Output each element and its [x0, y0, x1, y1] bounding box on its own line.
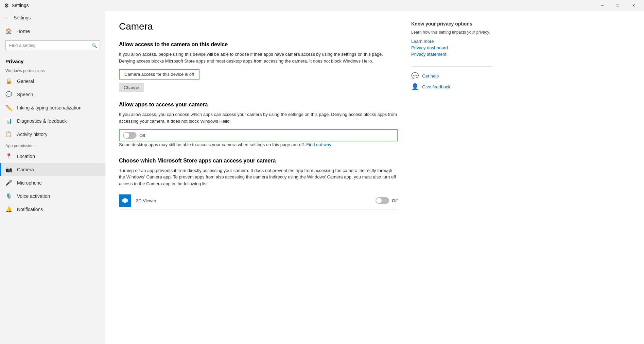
sidebar: ← Settings 🏠 Home 🔍 Privacy Windows perm…: [0, 11, 105, 344]
learn-more-link[interactable]: Learn more: [411, 39, 493, 44]
windows-permissions-label: Windows permissions: [0, 66, 105, 74]
page-title: Camera: [119, 21, 398, 32]
titlebar-controls: ─ □ ✕: [594, 0, 641, 11]
settings-icon: ⚙: [4, 2, 9, 9]
content-area: Camera Allow access to the camera on thi…: [105, 11, 644, 344]
diagnostics-label: Diagnostics & feedback: [17, 118, 67, 124]
help-feedback-section: 💬 Get help 👤 Give feedback: [411, 72, 493, 90]
activity-label: Activity history: [17, 132, 47, 137]
app-row-3dviewer: 3D Viewer Off: [119, 192, 398, 210]
privacy-options-desc: Learn how this setting impacts your priv…: [411, 29, 493, 35]
privacy-statement-link[interactable]: Privacy statement: [411, 52, 493, 57]
inking-label: Inking & typing personalization: [17, 105, 82, 110]
toggle-label: Off: [139, 133, 145, 138]
voice-icon: 🎙️: [5, 193, 12, 199]
store-apps-desc: Turning off an app prevents it from dire…: [119, 167, 398, 187]
lock-icon: 🔒: [5, 78, 12, 84]
location-icon: 📍: [5, 153, 12, 159]
right-panel: Know your privacy options Learn how this…: [398, 21, 493, 334]
sidebar-item-home[interactable]: 🏠 Home: [0, 24, 105, 38]
camera-label: Camera: [17, 167, 34, 172]
sidebar-item-diagnostics[interactable]: 📊 Diagnostics & feedback: [0, 114, 105, 127]
minimize-button[interactable]: ─: [594, 0, 610, 11]
notifications-icon: 🔔: [5, 206, 12, 212]
app-access-title: Allow apps to access your camera: [119, 102, 398, 108]
titlebar-title: Settings: [12, 3, 29, 8]
sidebar-item-camera[interactable]: 📷 Camera: [0, 163, 105, 176]
app-access-desc: If you allow access, you can choose whic…: [119, 111, 398, 124]
notifications-label: Notifications: [17, 207, 43, 212]
sidebar-item-location[interactable]: 📍 Location: [0, 150, 105, 163]
find-out-why-link[interactable]: Find out why: [306, 142, 331, 147]
app-permissions-label: App permissions: [0, 141, 105, 150]
privacy-heading: Privacy: [0, 56, 105, 66]
device-access-desc: If you allow access, people using this d…: [119, 51, 398, 64]
store-apps-title: Choose which Microsoft Store apps can ac…: [119, 158, 398, 164]
main-content: Camera Allow access to the camera on thi…: [119, 21, 398, 334]
desktop-apps-note: Some desktop apps may still be able to a…: [119, 141, 398, 148]
search-container: 🔍: [5, 40, 100, 50]
sidebar-item-activity[interactable]: 📋 Activity history: [0, 127, 105, 141]
sidebar-item-inking[interactable]: ✏️ Inking & typing personalization: [0, 101, 105, 114]
3dviewer-toggle-group: Off: [376, 197, 398, 204]
privacy-options-title: Know your privacy options: [411, 21, 493, 27]
sidebar-item-voice[interactable]: 🎙️ Voice activation: [0, 189, 105, 203]
titlebar-left: ⚙ Settings: [4, 2, 29, 9]
restore-button[interactable]: □: [610, 0, 626, 11]
3dviewer-toggle-knob: [376, 198, 382, 203]
microphone-label: Microphone: [17, 180, 42, 186]
3dviewer-name: 3D Viewer: [136, 198, 371, 203]
close-button[interactable]: ✕: [626, 0, 641, 11]
give-feedback-action[interactable]: 👤 Give feedback: [411, 83, 493, 90]
general-label: General: [17, 79, 34, 84]
sidebar-item-speech[interactable]: 💬 Speech: [0, 88, 105, 101]
privacy-options-section: Know your privacy options Learn how this…: [411, 21, 493, 57]
3dviewer-icon-box: [119, 194, 131, 207]
speech-icon: 💬: [5, 91, 12, 98]
3dviewer-toggle[interactable]: [376, 197, 389, 204]
home-icon: 🏠: [5, 28, 12, 34]
device-access-title: Allow access to the camera on this devic…: [119, 41, 398, 48]
activity-icon: 📋: [5, 131, 12, 137]
speech-label: Speech: [17, 92, 33, 97]
location-label: Location: [17, 154, 35, 159]
camera-status-box: Camera access for this device is off: [119, 69, 199, 80]
app-access-section: Allow apps to access your camera If you …: [119, 102, 398, 148]
back-button[interactable]: ← Settings: [0, 11, 105, 24]
give-feedback-text: Give feedback: [422, 84, 450, 89]
camera-icon: 📷: [5, 166, 12, 173]
back-icon: ←: [5, 15, 10, 20]
sidebar-item-general[interactable]: 🔒 General: [0, 74, 105, 88]
get-help-action[interactable]: 💬 Get help: [411, 72, 493, 80]
change-button[interactable]: Change: [119, 83, 144, 92]
3dviewer-icon: [122, 197, 128, 204]
sidebar-item-notifications[interactable]: 🔔 Notifications: [0, 203, 105, 216]
voice-label: Voice activation: [17, 193, 50, 199]
diagnostics-icon: 📊: [5, 118, 12, 124]
microphone-icon: 🎤: [5, 179, 12, 186]
settings-back-label: Settings: [14, 15, 31, 20]
search-icon: 🔍: [92, 43, 97, 48]
search-input[interactable]: [5, 40, 100, 50]
divider: [411, 66, 493, 67]
titlebar: ⚙ Settings ─ □ ✕: [0, 0, 644, 11]
camera-toggle-wrapper: Off: [119, 129, 398, 141]
sidebar-item-microphone[interactable]: 🎤 Microphone: [0, 176, 105, 189]
toggle-knob: [124, 133, 129, 138]
get-help-icon: 💬: [411, 72, 419, 80]
note-text-main: Some desktop apps may still be able to a…: [119, 142, 305, 147]
camera-status-text: Camera access for this device is off: [124, 72, 194, 77]
inking-icon: ✏️: [5, 104, 12, 111]
app-body: ← Settings 🏠 Home 🔍 Privacy Windows perm…: [0, 11, 644, 344]
3dviewer-toggle-label: Off: [392, 198, 398, 203]
camera-toggle[interactable]: [123, 132, 137, 139]
device-access-section: Allow access to the camera on this devic…: [119, 41, 398, 92]
give-feedback-icon: 👤: [411, 83, 419, 90]
get-help-text: Get help: [422, 73, 439, 79]
privacy-dashboard-link[interactable]: Privacy dashboard: [411, 45, 493, 50]
home-label: Home: [16, 28, 30, 34]
store-apps-section: Choose which Microsoft Store apps can ac…: [119, 158, 398, 210]
